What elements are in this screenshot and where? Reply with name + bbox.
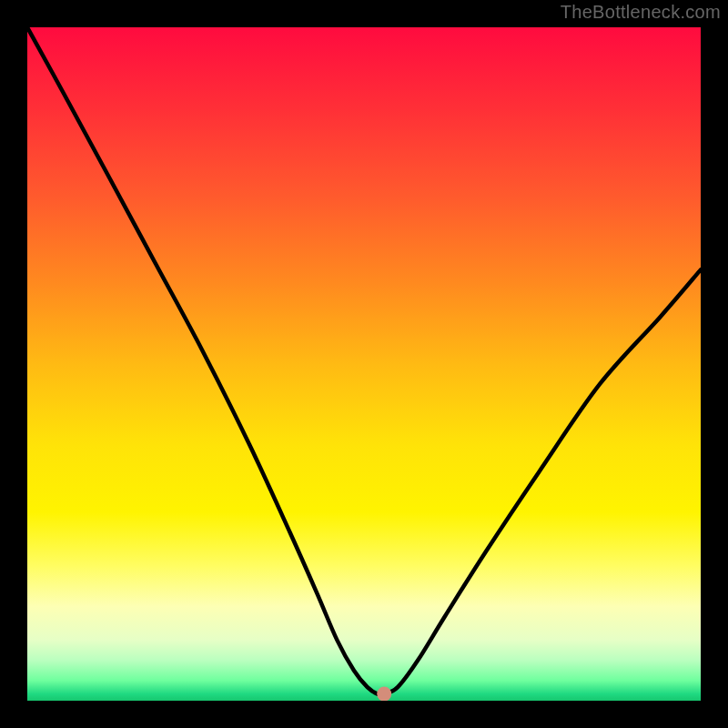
- chart-svg: [27, 27, 701, 701]
- watermark-text: TheBottleneck.com: [561, 2, 721, 23]
- plot-area: [27, 27, 701, 701]
- bottleneck-curve: [27, 27, 701, 695]
- min-point-marker: [377, 687, 391, 701]
- chart-root: TheBottleneck.com: [0, 0, 728, 728]
